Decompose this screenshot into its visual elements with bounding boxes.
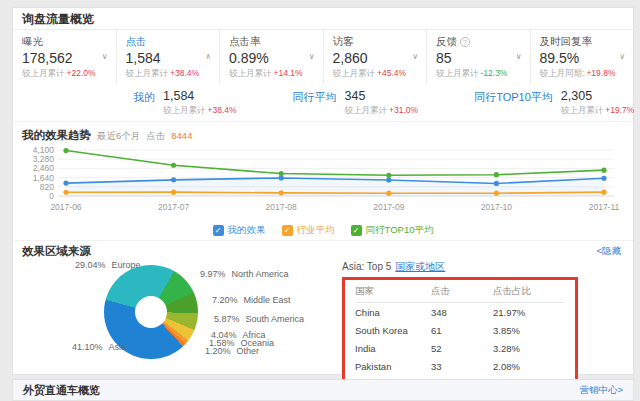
compare-label: 较上月累计 bbox=[436, 68, 479, 78]
svg-text:0: 0 bbox=[49, 191, 54, 201]
metric-label: 曝光 bbox=[22, 35, 107, 49]
inquiry-overview-panel: 询盘流量概览 曝光 178,562 较上月累计+22.0% ∨ 点击 1,584… bbox=[12, 7, 634, 375]
svg-text:820: 820 bbox=[40, 182, 54, 192]
svg-text:2,460: 2,460 bbox=[33, 163, 55, 173]
checkbox-checked-icon[interactable]: ✓ bbox=[282, 225, 293, 236]
metric-label: 访客 bbox=[333, 35, 418, 49]
legend-top10-average[interactable]: ✓ 同行TOP10平均 bbox=[351, 224, 434, 237]
metric-value: 0.89% bbox=[229, 50, 314, 66]
metrics-row: 曝光 178,562 较上月累计+22.0% ∨ 点击 1,584 较上月累计+… bbox=[13, 30, 633, 84]
country-region-link[interactable]: 国家或地区 bbox=[395, 261, 445, 272]
compare-label: 同行TOP10平均 bbox=[474, 90, 553, 117]
region-pie-chart: 29.04%Europe 9.97%North America 7.20%Mid… bbox=[22, 260, 342, 366]
compare-label: 较上月累计 bbox=[22, 68, 65, 78]
svg-text:1,640: 1,640 bbox=[33, 173, 55, 183]
checkbox-checked-icon[interactable]: ✓ bbox=[213, 225, 224, 236]
marketing-center-link[interactable]: 营销中心> bbox=[579, 384, 623, 397]
change-value: +19.8% bbox=[586, 68, 615, 78]
metric-exposure[interactable]: 曝光 178,562 较上月累计+22.0% ∨ bbox=[13, 30, 116, 84]
metric-label: 点击率 bbox=[229, 35, 314, 49]
metric-value: 85 bbox=[436, 50, 521, 66]
table-row: China34821.97% bbox=[355, 303, 565, 322]
region-section: 效果区域来源 <隐藏 29.04%Europe 9.97%North Ameri… bbox=[13, 241, 633, 401]
compare-value: 1,584 bbox=[163, 89, 237, 103]
compare-label: 我的 bbox=[133, 90, 155, 117]
svg-text:2017-06: 2017-06 bbox=[50, 202, 81, 212]
compare-value: 345 bbox=[345, 89, 419, 103]
chevron-down-icon[interactable]: ∨ bbox=[309, 52, 315, 61]
page-title: 询盘流量概览 bbox=[13, 8, 633, 30]
change-value: +38.4% bbox=[170, 68, 199, 78]
table-row: India523.28% bbox=[355, 339, 565, 357]
pie-label-north-america: 9.97%North America bbox=[200, 269, 289, 279]
legend-label: 行业平均 bbox=[297, 224, 335, 237]
trend-title: 我的效果趋势 bbox=[22, 128, 91, 143]
column-header-country: 国家 bbox=[355, 282, 431, 303]
chevron-down-icon[interactable]: ∨ bbox=[619, 52, 625, 61]
table-row: South Korea613.85% bbox=[355, 321, 565, 339]
metric-label: 反馈 bbox=[436, 35, 457, 49]
metric-value: 1,584 bbox=[126, 50, 211, 66]
chevron-down-icon[interactable]: ∨ bbox=[412, 52, 418, 61]
metric-feedback[interactable]: 反馈? 85 较上月累计-12.3% ∨ bbox=[426, 30, 530, 84]
change-value: +31.0% bbox=[389, 105, 418, 115]
region-section-title: 效果区域来源 bbox=[22, 244, 623, 260]
hide-link[interactable]: <隐藏 bbox=[596, 245, 621, 258]
metric-ctr[interactable]: 点击率 0.89% 较上月累计+14.1% ∨ bbox=[219, 30, 323, 84]
chevron-down-icon[interactable]: ∨ bbox=[516, 52, 522, 61]
legend-label: 同行TOP10平均 bbox=[366, 224, 434, 237]
compare-label: 较上月累计 bbox=[229, 68, 272, 78]
svg-text:2017-07: 2017-07 bbox=[158, 202, 189, 212]
p4p-overview-strip: 外贸直通车概览 营销中心> bbox=[12, 379, 634, 401]
trend-metric-label: 点击 bbox=[146, 130, 165, 143]
metric-value: 2,860 bbox=[333, 50, 418, 66]
compare-label: 较上月同期: bbox=[540, 68, 585, 78]
pie-label-middle-east: 7.20%Middle East bbox=[212, 295, 291, 305]
svg-text:2017-08: 2017-08 bbox=[266, 202, 297, 212]
donut-hole bbox=[135, 296, 167, 328]
asia-top5-table: 国家 点击 点击占比 China34821.97% South Korea613… bbox=[355, 282, 565, 393]
asia-table-title: Asia: Top 5 bbox=[342, 261, 391, 272]
svg-text:2017-09: 2017-09 bbox=[373, 202, 404, 212]
svg-text:2017-10: 2017-10 bbox=[481, 202, 512, 212]
metric-label: 点击 bbox=[126, 35, 211, 49]
metric-reply-rate[interactable]: 及时回复率 89.5% 较上月同期:+19.8% ∨ bbox=[530, 30, 634, 84]
compare-label: 同行平均 bbox=[293, 90, 337, 117]
legend-my-performance[interactable]: ✓ 我的效果 bbox=[213, 224, 266, 237]
trend-subtitle: 最近6个月 bbox=[97, 130, 140, 143]
svg-text:2017-11: 2017-11 bbox=[589, 202, 620, 212]
metric-value: 178,562 bbox=[22, 50, 107, 66]
clicks-comparison-row: 我的 1,584 较上月累计+38.4% 同行平均 345 较上月累计+31.0… bbox=[13, 84, 633, 122]
svg-text:4,100: 4,100 bbox=[33, 145, 55, 155]
svg-text:3,280: 3,280 bbox=[33, 154, 55, 164]
pie-label-other: 1.20%Other bbox=[205, 346, 259, 356]
metric-visitors[interactable]: 访客 2,860 较上月累计+45.4% ∨ bbox=[323, 30, 427, 84]
metric-label: 及时回复率 bbox=[540, 35, 625, 49]
chevron-up-icon[interactable]: ∧ bbox=[205, 52, 211, 61]
pie-label-asia: 41.10%Asia bbox=[72, 342, 126, 352]
change-value: +19.7% bbox=[605, 105, 634, 115]
compare-label: 较上月累计 bbox=[126, 68, 169, 78]
change-value: +38.4% bbox=[208, 105, 237, 115]
change-value: +45.4% bbox=[377, 68, 406, 78]
legend-industry-average[interactable]: ✓ 行业平均 bbox=[282, 224, 335, 237]
table-row: Pakistan332.08% bbox=[355, 357, 565, 375]
p4p-section-title: 外贸直通车概览 bbox=[23, 383, 100, 398]
metric-value: 89.5% bbox=[540, 50, 625, 66]
trend-section: 我的效果趋势 最近6个月 点击 8444 08201,6402,4603,280… bbox=[13, 122, 633, 241]
info-icon[interactable]: ? bbox=[460, 37, 470, 47]
legend-label: 我的效果 bbox=[228, 224, 266, 237]
chart-legend: ✓ 我的效果 ✓ 行业平均 ✓ 同行TOP10平均 bbox=[22, 220, 624, 240]
compare-label: 较上月累计 bbox=[333, 68, 376, 78]
compare-value: 2,305 bbox=[561, 89, 635, 103]
metric-clicks[interactable]: 点击 1,584 较上月累计+38.4% ∧ bbox=[116, 30, 220, 84]
pie-label-europe: 29.04%Europe bbox=[75, 260, 141, 270]
compare-mine: 我的 1,584 较上月累计+38.4% bbox=[133, 89, 237, 117]
change-value: -12.3% bbox=[481, 68, 508, 78]
compare-top10-average: 同行TOP10平均 2,305 较上月累计+19.7% bbox=[474, 89, 634, 117]
chevron-down-icon[interactable]: ∨ bbox=[102, 52, 108, 61]
column-header-click-share: 点击占比 bbox=[493, 282, 565, 303]
column-header-clicks: 点击 bbox=[431, 282, 493, 303]
compare-peer-average: 同行平均 345 较上月累计+31.0% bbox=[293, 89, 419, 117]
checkbox-checked-icon[interactable]: ✓ bbox=[351, 225, 362, 236]
